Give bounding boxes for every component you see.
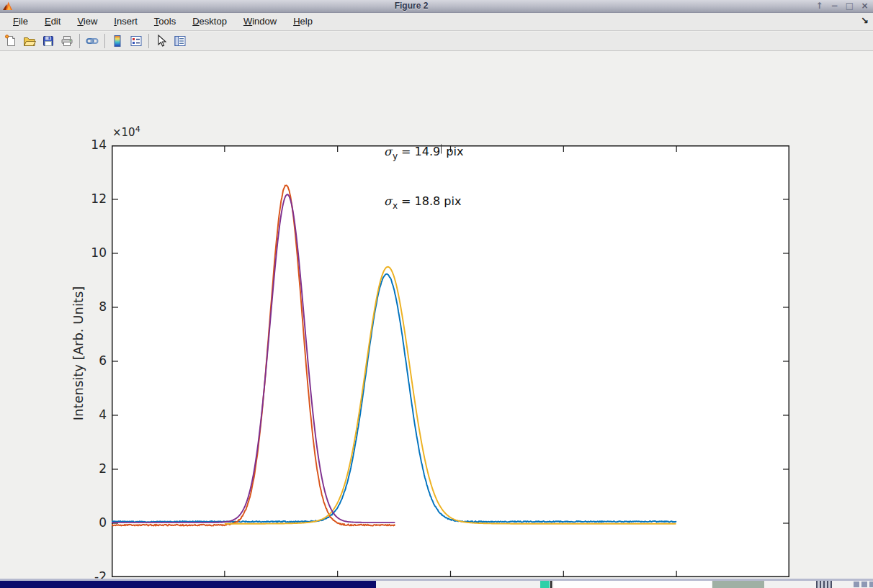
cursor-arrow-icon (154, 34, 169, 48)
matlab-logo-icon (2, 1, 13, 12)
print-figure-button[interactable] (58, 32, 76, 50)
insert-colorbar-button[interactable] (108, 32, 127, 50)
save-figure-button[interactable] (39, 32, 58, 50)
taskbar-system-tray[interactable] (854, 582, 873, 587)
series-y-profile-fit (112, 194, 395, 523)
close-button[interactable]: × (859, 1, 870, 12)
y-axis-label: Intensity [Arb. Units] (71, 274, 86, 433)
edit-plot-button[interactable] (152, 32, 171, 50)
menu-bar: File Edit View Insert Tools Desktop Wind… (0, 13, 873, 31)
toolbar-separator (148, 34, 149, 48)
figure-toolbar (0, 32, 873, 51)
screen: { "window": { "title": "Figure 2", "cont… (0, 0, 873, 588)
plot-tools-button[interactable] (171, 32, 189, 50)
menu-view[interactable]: View (70, 14, 104, 30)
menu-insert[interactable]: Insert (107, 14, 145, 30)
float-button[interactable]: ↑ (814, 1, 825, 12)
plot-tools-panel-icon (173, 34, 187, 48)
insert-legend-button[interactable] (127, 32, 146, 50)
link-chain-icon (85, 34, 99, 48)
open-file-button[interactable] (20, 32, 39, 50)
menu-tools[interactable]: Tools (147, 14, 183, 30)
sigma-annotation[interactable]: σy = 14.9 pix (384, 145, 463, 158)
series-x-profile-fit (225, 267, 676, 524)
y-axis-exponent: ×104 (112, 125, 140, 139)
taskbar-launcher-icons[interactable] (816, 581, 832, 588)
y-tick-label: 2 (69, 461, 107, 476)
y-tick-label: 10 (69, 245, 107, 260)
menu-help[interactable]: Help (286, 14, 320, 30)
y-tick-label: 0 (69, 515, 107, 530)
sigma-annotation[interactable]: σx = 18.8 pix (384, 194, 461, 207)
menu-window[interactable]: Window (236, 14, 284, 30)
y-tick-label: 14 (69, 137, 107, 152)
new-document-icon (4, 34, 18, 48)
window-title: Figure 2 (395, 1, 429, 11)
colorbar-icon (110, 34, 125, 48)
menu-file[interactable]: File (6, 14, 35, 30)
minimize-button[interactable]: − (829, 1, 840, 12)
taskbar-window-button[interactable] (552, 581, 712, 588)
legend-icon (129, 34, 143, 48)
maximize-button[interactable]: □ (844, 1, 855, 12)
menu-desktop[interactable]: Desktop (185, 14, 234, 30)
taskbar-window-button[interactable] (712, 581, 764, 588)
axes-area[interactable] (112, 145, 789, 577)
toolbar-separator (104, 34, 105, 48)
open-folder-icon (22, 34, 37, 48)
title-bar[interactable]: Figure 2 ↑ − □ × (0, 0, 873, 13)
dock-figure-icon[interactable]: ↘ (861, 15, 869, 26)
menu-edit[interactable]: Edit (37, 14, 68, 30)
desktop-taskbar[interactable] (0, 581, 873, 588)
printer-icon (60, 34, 74, 48)
figure-canvas: ×104 0100200300400500600 -202468101214 P… (0, 52, 873, 579)
series-x-profile-data (112, 274, 676, 523)
link-plot-button[interactable] (83, 32, 102, 50)
plot-curves (112, 145, 789, 577)
save-floppy-icon (41, 34, 55, 48)
taskbar-accent-block (540, 581, 550, 588)
taskbar-left-segment (0, 581, 376, 588)
new-figure-button[interactable] (1, 32, 20, 50)
taskbar-divider (550, 581, 552, 588)
y-tick-label: 12 (69, 191, 107, 206)
toolbar-separator (79, 34, 80, 48)
